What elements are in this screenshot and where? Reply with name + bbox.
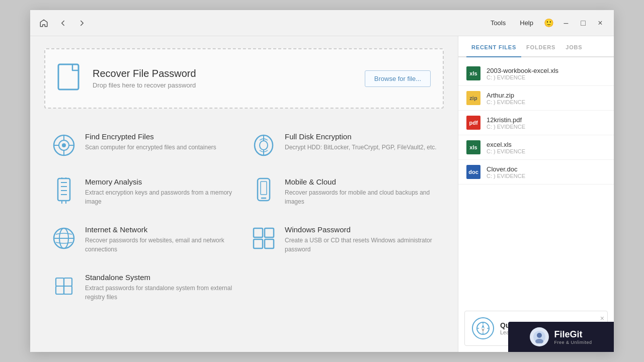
full-disk-title: Full Disk Encryption xyxy=(285,132,437,141)
memory-desc: Extract encryption keys and passwords fr… xyxy=(85,188,237,206)
help-menu[interactable]: Help xyxy=(514,16,539,30)
browse-button[interactable]: Browse for file... xyxy=(365,70,431,87)
svg-rect-34 xyxy=(64,286,72,294)
filename: excel.xls xyxy=(487,141,525,148)
find-encrypted-title: Find Encrypted Files xyxy=(85,132,216,141)
mobile-desc: Recover passwords for mobile and cloud b… xyxy=(285,188,437,206)
filepath: C: ) EVIDENCE xyxy=(487,173,525,179)
feature-internet[interactable]: Internet & Network Recover passwords for… xyxy=(44,216,244,263)
titlebar-right: Tools Help 🙂 – □ × xyxy=(485,16,608,31)
internet-text: Internet & Network Recover passwords for… xyxy=(85,225,237,254)
full-disk-icon xyxy=(251,132,277,158)
content-area: Recover File Password Drop files here to… xyxy=(30,36,614,352)
recent-file-item[interactable]: pdf 12kristin.pdf C: ) EVIDENCE xyxy=(458,111,614,135)
recover-text: Recover File Password Drop files here to… xyxy=(93,68,196,89)
windows-desc: Create a USB or CD that resets Windows a… xyxy=(285,236,437,254)
features-grid: Find Encrypted Files Scan computer for e… xyxy=(44,123,444,311)
svg-point-43 xyxy=(537,333,542,338)
filepath: C: ) EVIDENCE xyxy=(487,148,525,154)
file-pdf-icon: pdf xyxy=(466,116,480,130)
recover-file-icon xyxy=(57,63,84,94)
mobile-text: Mobile & Cloud Recover passwords for mob… xyxy=(285,177,437,206)
filename: Arthur.zip xyxy=(487,92,525,99)
svg-rect-30 xyxy=(265,239,274,248)
recent-file-info: 12kristin.pdf C: ) EVIDENCE xyxy=(487,116,525,130)
recent-file-item[interactable]: xls excel.xls C: ) EVIDENCE xyxy=(458,135,614,160)
svg-rect-0 xyxy=(58,64,78,89)
svg-marker-41 xyxy=(481,328,485,332)
filepath: C: ) EVIDENCE xyxy=(487,99,525,105)
standalone-icon xyxy=(51,273,77,299)
tools-menu[interactable]: Tools xyxy=(485,16,512,30)
right-panel: Recent Files Folders JoBs xls 2003-workb… xyxy=(458,36,614,352)
svg-point-9 xyxy=(260,141,268,150)
recent-file-info: Arthur.zip C: ) EVIDENCE xyxy=(487,92,525,105)
emoji-button[interactable]: 🙂 xyxy=(541,16,556,31)
svg-marker-40 xyxy=(481,324,485,328)
quick-start-close[interactable]: × xyxy=(600,314,604,322)
windows-text: Windows Password Create a USB or CD that… xyxy=(285,225,437,254)
close-button[interactable]: × xyxy=(593,16,608,31)
internet-icon xyxy=(51,225,77,251)
filegit-banner[interactable]: FileGit Free & Unlimited xyxy=(508,322,614,352)
restore-button[interactable]: □ xyxy=(576,16,591,31)
recent-file-item[interactable]: doc Clover.doc C: ) EVIDENCE xyxy=(458,160,614,185)
feature-windows[interactable]: Windows Password Create a USB or CD that… xyxy=(244,216,444,263)
standalone-title: Standalone System xyxy=(85,273,237,282)
internet-title: Internet & Network xyxy=(85,225,237,234)
memory-text: Memory Analysis Extract encryption keys … xyxy=(85,177,237,206)
standalone-text: Standalone System Extract passwords for … xyxy=(85,273,237,302)
filegit-title: FileGit xyxy=(554,329,592,340)
feature-find-encrypted[interactable]: Find Encrypted Files Scan computer for e… xyxy=(44,123,244,168)
feature-mobile[interactable]: Mobile & Cloud Recover passwords for mob… xyxy=(244,168,444,216)
back-button[interactable] xyxy=(55,16,70,31)
recent-file-item[interactable]: zip Arthur.zip C: ) EVIDENCE xyxy=(458,86,614,111)
standalone-desc: Extract passwords for standalone system … xyxy=(85,284,237,302)
tab-folders[interactable]: Folders xyxy=(521,36,560,57)
memory-title: Memory Analysis xyxy=(85,177,237,186)
minimize-button[interactable]: – xyxy=(558,16,574,31)
recover-file-box: Recover File Password Drop files here to… xyxy=(44,48,444,109)
file-excel-icon: xls xyxy=(466,140,480,154)
svg-rect-29 xyxy=(254,239,263,248)
recent-files-list: xls 2003-workbook-excel.xls C: ) EVIDENC… xyxy=(458,57,614,305)
recent-file-item[interactable]: xls 2003-workbook-excel.xls C: ) EVIDENC… xyxy=(458,61,614,86)
recent-file-info: excel.xls C: ) EVIDENCE xyxy=(487,141,525,154)
home-button[interactable] xyxy=(36,16,51,31)
svg-point-3 xyxy=(62,143,66,147)
main-panel: Recover File Password Drop files here to… xyxy=(30,36,458,352)
file-word-icon: doc xyxy=(466,165,480,179)
find-encrypted-desc: Scan computer for encrypted files and co… xyxy=(85,143,216,152)
windows-icon xyxy=(251,225,277,251)
feature-standalone[interactable]: Standalone System Extract passwords for … xyxy=(44,263,244,311)
mobile-icon xyxy=(251,177,277,204)
recover-box-left: Recover File Password Drop files here to… xyxy=(57,63,196,94)
recover-subtitle: Drop files here to recover password xyxy=(93,81,196,89)
titlebar: Tools Help 🙂 – □ × xyxy=(30,10,614,36)
windows-title: Windows Password xyxy=(285,225,437,234)
file-zip-icon: zip xyxy=(466,91,480,105)
recent-file-info: Clover.doc C: ) EVIDENCE xyxy=(487,165,525,179)
main-window: Tools Help 🙂 – □ × xyxy=(30,10,614,352)
svg-rect-23 xyxy=(261,182,267,195)
svg-rect-27 xyxy=(254,228,263,237)
recover-title: Recover File Password xyxy=(93,68,196,79)
full-disk-desc: Decrypt HDD: BitLocker, TrueCrypt, PGP, … xyxy=(285,143,437,152)
svg-rect-28 xyxy=(265,228,274,237)
titlebar-left xyxy=(36,16,90,31)
forward-button[interactable] xyxy=(74,16,90,31)
feature-full-disk[interactable]: Full Disk Encryption Decrypt HDD: BitLoc… xyxy=(244,123,444,168)
filename: 2003-workbook-excel.xls xyxy=(487,67,558,74)
filename: 12kristin.pdf xyxy=(487,116,525,124)
memory-icon xyxy=(51,177,77,204)
find-encrypted-icon xyxy=(51,132,77,158)
svg-rect-12 xyxy=(58,178,70,201)
svg-rect-33 xyxy=(56,286,64,294)
internet-desc: Recover passwords for websites, email an… xyxy=(85,236,237,254)
feature-memory[interactable]: Memory Analysis Extract encryption keys … xyxy=(44,168,244,216)
tab-recent-files[interactable]: Recent Files xyxy=(466,36,521,57)
filegit-subtitle: Free & Unlimited xyxy=(554,340,592,345)
nav-buttons xyxy=(36,16,90,31)
tab-jobs[interactable]: JoBs xyxy=(560,36,587,57)
compass-icon xyxy=(472,317,494,339)
